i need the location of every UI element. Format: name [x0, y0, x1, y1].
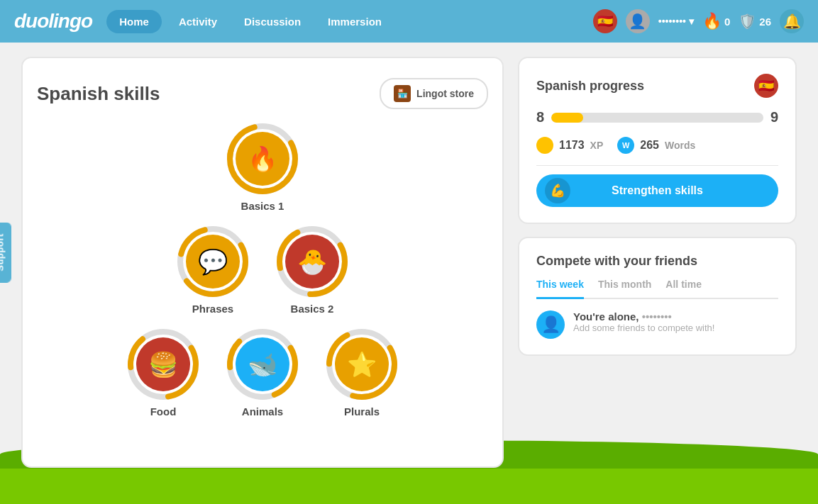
lingot-icon: 🛡️: [739, 13, 756, 30]
skill-basics2-icon: 🐣: [277, 226, 348, 297]
main-content: Spanish skills 🏪 Lingot store: [0, 43, 818, 482]
words-value: 265: [640, 139, 659, 152]
skill-food-icon: 🍔: [128, 329, 199, 400]
level-current: 8: [536, 109, 544, 125]
skill-plurals-label: Plurals: [344, 405, 380, 418]
progress-title: Spanish progress: [536, 79, 644, 94]
friends-tabs: This week This month All time: [536, 279, 778, 299]
lingot-store-button[interactable]: 🏪 Lingot store: [380, 78, 488, 109]
strengthen-icon: 💪: [545, 178, 570, 203]
lingot-count: 26: [759, 16, 771, 28]
home-button[interactable]: Home: [106, 10, 162, 33]
tab-all-time[interactable]: All time: [665, 279, 702, 299]
logo[interactable]: duolingo: [14, 10, 92, 33]
progress-card: Spanish progress 🇪🇸 8 9 1173 XP W 265: [518, 57, 797, 224]
skills-container: 🔥 Basics 1 💬 Phrases: [37, 123, 488, 418]
username-area[interactable]: •••••••• ▾: [658, 16, 694, 27]
xp-icon: [536, 137, 553, 154]
activity-link[interactable]: Activity: [169, 10, 227, 33]
discussion-link[interactable]: Discussion: [234, 10, 311, 33]
words-label: Words: [665, 140, 695, 151]
chevron-down-icon: ▾: [689, 16, 694, 27]
tab-this-month[interactable]: This month: [598, 279, 651, 299]
lingot-store-icon: 🏪: [394, 85, 411, 102]
friends-title: Compete with your friends: [536, 254, 778, 269]
navbar: duolingo Home Activity Discussion Immers…: [0, 0, 818, 43]
panel-title: Spanish skills: [37, 83, 160, 105]
lingot-area: 🛡️ 26: [739, 13, 771, 30]
xp-stat: 1173 XP: [536, 137, 603, 154]
skill-animals-label: Animals: [242, 405, 283, 418]
immersion-link[interactable]: Immersion: [318, 10, 392, 33]
xp-label: XP: [590, 140, 604, 151]
bell-button[interactable]: 🔔: [780, 9, 804, 33]
friend-info: You're alone, •••••••• Add some friends …: [573, 310, 714, 333]
panel-header: Spanish skills 🏪 Lingot store: [37, 78, 488, 109]
progress-header: Spanish progress 🇪🇸: [536, 74, 778, 98]
skill-basics1-label: Basics 1: [241, 200, 284, 212]
flag-icon[interactable]: 🇪🇸: [593, 9, 617, 33]
skill-plurals[interactable]: ⭐ Plurals: [326, 329, 397, 418]
nav-right: 🇪🇸 👤 •••••••• ▾ 🔥 0 🛡️ 26 🔔: [593, 9, 804, 33]
friend-item: 👤 You're alone, •••••••• Add some friend…: [536, 310, 778, 339]
words-icon: W: [617, 137, 634, 154]
skill-basics2-label: Basics 2: [291, 303, 334, 315]
tab-this-week[interactable]: This week: [536, 279, 584, 299]
skill-basics1-icon: 🔥: [227, 123, 298, 194]
progress-flag-icon: 🇪🇸: [754, 74, 778, 98]
skill-basics2[interactable]: 🐣 Basics 2: [277, 226, 348, 315]
skills-panel: Spanish skills 🏪 Lingot store: [21, 57, 504, 468]
skills-row-2: 🍔 Food 🐋 Animals: [128, 329, 397, 418]
friend-name: You're alone, ••••••••: [573, 310, 714, 323]
stats-row: 1173 XP W 265 Words: [536, 137, 778, 154]
skills-row-0: 🔥 Basics 1: [227, 123, 298, 212]
streak-count: 0: [724, 16, 730, 28]
streak-area: 🔥 0: [702, 12, 730, 30]
flame-icon: 🔥: [702, 12, 722, 30]
divider: [536, 165, 778, 166]
skill-food-label: Food: [150, 405, 177, 418]
friend-sub: Add some friends to compete with!: [573, 323, 714, 333]
username-text: ••••••••: [658, 16, 686, 27]
level-next: 9: [770, 109, 778, 125]
lingot-store-label: Lingot store: [416, 88, 474, 99]
skill-food[interactable]: 🍔 Food: [128, 329, 199, 418]
strengthen-label: Strengthen skills: [612, 184, 703, 197]
skill-plurals-icon: ⭐: [326, 329, 397, 400]
skill-phrases-icon: 💬: [177, 226, 248, 297]
support-tab[interactable]: Support: [0, 222, 11, 282]
strengthen-button[interactable]: 💪 Strengthen skills: [536, 174, 778, 207]
skill-phrases-label: Phrases: [192, 303, 233, 315]
friend-avatar: 👤: [536, 310, 565, 339]
xp-value: 1173: [559, 139, 585, 152]
skill-phrases[interactable]: 💬 Phrases: [177, 226, 248, 315]
right-panel: Spanish progress 🇪🇸 8 9 1173 XP W 265: [518, 57, 797, 468]
skill-animals[interactable]: 🐋 Animals: [227, 329, 298, 418]
words-stat: W 265 Words: [617, 137, 695, 154]
progress-bar: [551, 113, 763, 123]
skills-row-1: 💬 Phrases 🐣 Basics 2: [177, 226, 348, 315]
avatar[interactable]: 👤: [626, 9, 650, 33]
friends-card: Compete with your friends This week This…: [518, 237, 797, 356]
progress-bar-fill: [551, 113, 583, 123]
level-bar-row: 8 9: [536, 109, 778, 125]
skill-animals-icon: 🐋: [227, 329, 298, 400]
skill-basics1[interactable]: 🔥 Basics 1: [227, 123, 298, 212]
